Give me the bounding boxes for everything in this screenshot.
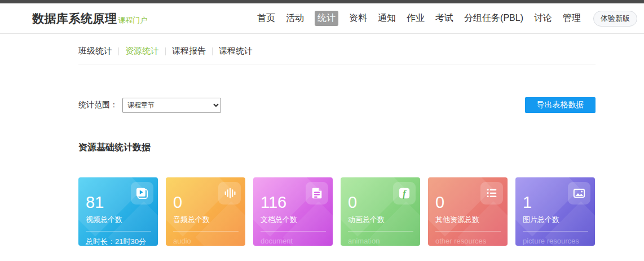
resource-stat-cards: 81 视频总个数 总时长：21时30分 0 音频总个数 audio xyxy=(78,177,596,246)
nav-item-materials[interactable]: 资料 xyxy=(349,12,367,24)
course-portal-link[interactable]: 课程门户 xyxy=(118,15,148,25)
other-resources-stat-card[interactable]: 0 其他资源总数 other resources xyxy=(428,177,508,246)
course-title-group: 数据库系统原理 课程门户 xyxy=(32,11,148,27)
subnav-course-report[interactable]: 课程报告 xyxy=(172,46,206,56)
page-title: 数据库系统原理 xyxy=(32,11,117,27)
nav-item-statistics[interactable]: 统计 xyxy=(315,11,338,26)
video-count: 81 xyxy=(86,194,151,211)
nav-item-home[interactable]: 首页 xyxy=(257,12,275,24)
nav-item-homework[interactable]: 作业 xyxy=(407,12,425,24)
audio-en-label: audio xyxy=(173,237,239,245)
main-nav: 首页 活动 统计 资料 通知 作业 考试 分组任务(PBL) 讨论 管理 xyxy=(257,11,581,26)
card-divider xyxy=(348,231,413,232)
nav-item-notice[interactable]: 通知 xyxy=(378,12,396,24)
scope-label: 统计范围： xyxy=(78,100,118,110)
section-title: 资源基础统计数据 xyxy=(78,142,596,154)
filter-row: 统计范围： 课程章节 导出表格数据 xyxy=(78,97,596,113)
scope-select[interactable]: 课程章节 xyxy=(122,98,221,113)
picture-count: 1 xyxy=(523,194,588,211)
subnav-class-statistics[interactable]: 班级统计 xyxy=(78,46,112,56)
try-new-version-button[interactable]: 体验新版 xyxy=(593,11,637,27)
video-count-label: 视频总个数 xyxy=(86,215,151,225)
other-resources-count: 0 xyxy=(435,194,501,211)
document-en-label: document xyxy=(261,237,326,245)
subnav-resource-statistics[interactable]: 资源统计 xyxy=(125,46,159,56)
audio-count: 0 xyxy=(173,194,239,211)
picture-en-label: picture resources xyxy=(523,237,588,245)
animation-stat-card[interactable]: f 0 动画总个数 animation xyxy=(341,177,420,246)
card-divider xyxy=(523,231,588,232)
nav-item-exam[interactable]: 考试 xyxy=(435,12,453,24)
subnav-divider xyxy=(165,47,166,55)
animation-count-label: 动画总个数 xyxy=(348,215,413,225)
nav-item-activity[interactable]: 活动 xyxy=(286,12,304,24)
other-resources-en-label: other resources xyxy=(435,237,501,245)
document-stat-card[interactable]: 116 文档总个数 document xyxy=(253,177,333,246)
header: 数据库系统原理 课程门户 首页 活动 统计 资料 通知 作业 考试 分组任务(P… xyxy=(0,3,644,34)
document-count: 116 xyxy=(261,194,326,211)
card-divider xyxy=(173,231,239,232)
animation-count: 0 xyxy=(348,194,413,211)
card-divider xyxy=(86,231,151,232)
statistics-subnav: 班级统计 资源统计 课程报告 课程统计 xyxy=(78,34,596,64)
nav-item-discussion[interactable]: 讨论 xyxy=(534,12,552,24)
audio-stat-card[interactable]: 0 音频总个数 audio xyxy=(166,177,245,246)
card-divider xyxy=(261,231,326,232)
video-stat-card[interactable]: 81 视频总个数 总时长：21时30分 xyxy=(78,177,158,246)
picture-stat-card[interactable]: 1 图片总个数 picture resources xyxy=(515,177,595,246)
nav-item-group-task-pbl[interactable]: 分组任务(PBL) xyxy=(464,12,523,24)
picture-count-label: 图片总个数 xyxy=(523,215,588,225)
other-resources-count-label: 其他资源总数 xyxy=(435,215,501,225)
export-table-data-button[interactable]: 导出表格数据 xyxy=(525,97,596,113)
audio-count-label: 音频总个数 xyxy=(173,215,239,225)
subnav-divider xyxy=(118,47,119,55)
video-total-duration: 总时长：21时30分 xyxy=(86,237,151,246)
subnav-divider xyxy=(212,47,213,55)
card-divider xyxy=(435,231,501,232)
subnav-course-statistics[interactable]: 课程统计 xyxy=(219,46,253,56)
document-count-label: 文档总个数 xyxy=(261,215,326,225)
nav-item-management[interactable]: 管理 xyxy=(563,12,581,24)
animation-en-label: animation xyxy=(348,237,413,245)
main-content: 班级统计 资源统计 课程报告 课程统计 统计范围： 课程章节 导出表格数据 资源… xyxy=(78,34,596,246)
